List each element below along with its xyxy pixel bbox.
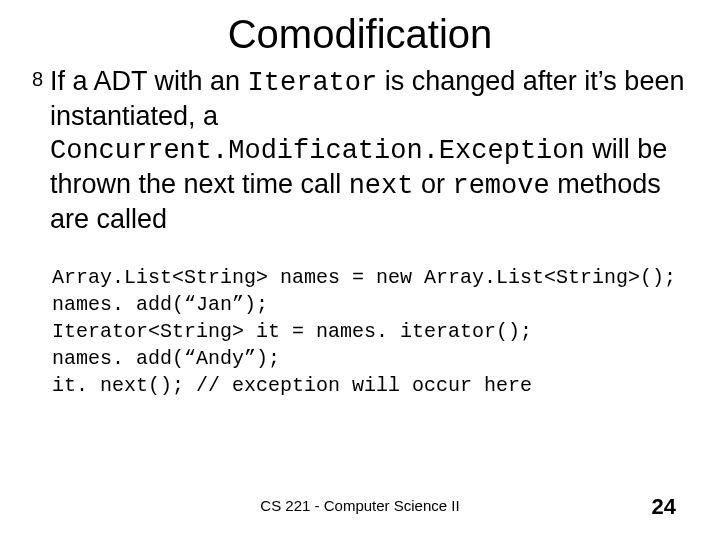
code-inline: Iterator	[248, 68, 378, 98]
slide-body: 8 If a ADT with an Iterator is changed a…	[32, 65, 692, 399]
code-inline: remove	[452, 171, 549, 201]
code-line: it. next(); // exception will occur here	[52, 374, 532, 397]
code-inline: next	[349, 171, 414, 201]
code-line: Iterator<String> it = names. iterator();	[52, 320, 532, 343]
code-line: Array.List<String> names = new Array.Lis…	[52, 266, 676, 289]
code-line: names. add(“Jan”);	[52, 293, 268, 316]
text-seg: If a ADT with an	[50, 66, 248, 96]
bullet-text: If a ADT with an Iterator is changed aft…	[50, 65, 692, 236]
slide-title: Comodification	[28, 12, 692, 57]
code-block: Array.List<String> names = new Array.Lis…	[52, 264, 692, 399]
page-number: 24	[652, 494, 676, 520]
code-inline: Concurrent.Modification.Exception	[50, 136, 585, 166]
bullet-item: 8 If a ADT with an Iterator is changed a…	[32, 65, 692, 236]
code-line: names. add(“Andy”);	[52, 347, 280, 370]
bullet-glyph-icon: 8	[32, 65, 50, 93]
slide: Comodification 8 If a ADT with an Iterat…	[0, 0, 720, 540]
text-seg: or	[413, 169, 452, 199]
footer-text: CS 221 - Computer Science II	[0, 497, 720, 514]
